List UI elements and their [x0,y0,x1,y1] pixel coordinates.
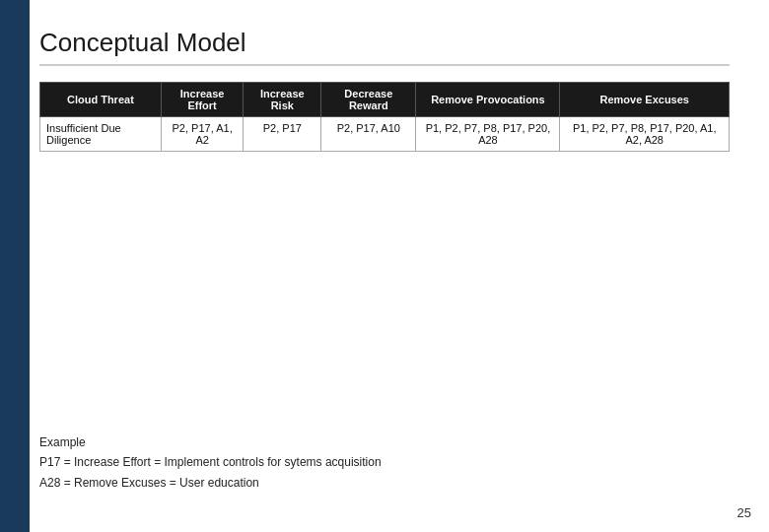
col-header-increase-risk: Increase Risk [244,83,321,117]
col-header-remove-excuses: Remove Excuses [560,83,730,117]
cell-increase-effort: P2, P17, A1, A2 [161,117,244,152]
col-header-decrease-reward: Decrease Reward [321,83,416,117]
cell-decrease-reward: P2, P17, A10 [321,117,416,152]
footer-section: Example P17 = Increase Effort = Implemen… [39,432,382,493]
slide-title: Conceptual Model [39,28,730,58]
cell-remove-provocations: P1, P2, P7, P8, P17, P20, A28 [416,117,560,152]
footer-line1: P17 = Increase Effort = Implement contro… [39,452,382,472]
cell-cloud-threat: Insufficient Due Diligence [40,117,162,152]
table-row: Insufficient Due Diligence P2, P17, A1, … [40,117,730,152]
col-header-increase-effort: Increase Effort [161,83,244,117]
footer-line2: A28 = Remove Excuses = User education [39,473,382,493]
table-wrapper: Cloud Threat Increase Effort Increase Ri… [39,82,730,152]
page-number: 25 [737,505,751,520]
col-header-remove-provocations: Remove Provocations [416,83,560,117]
conceptual-model-table: Cloud Threat Increase Effort Increase Ri… [39,82,730,152]
cell-remove-excuses: P1, P2, P7, P8, P17, P20, A1, A2, A28 [560,117,730,152]
footer-label: Example [39,432,382,452]
col-header-cloud-threat: Cloud Threat [40,83,162,117]
title-section: Conceptual Model [39,28,730,66]
slide-container: Conceptual Model Cloud Threat Increase E… [0,0,769,532]
cell-increase-risk: P2, P17 [244,117,321,152]
